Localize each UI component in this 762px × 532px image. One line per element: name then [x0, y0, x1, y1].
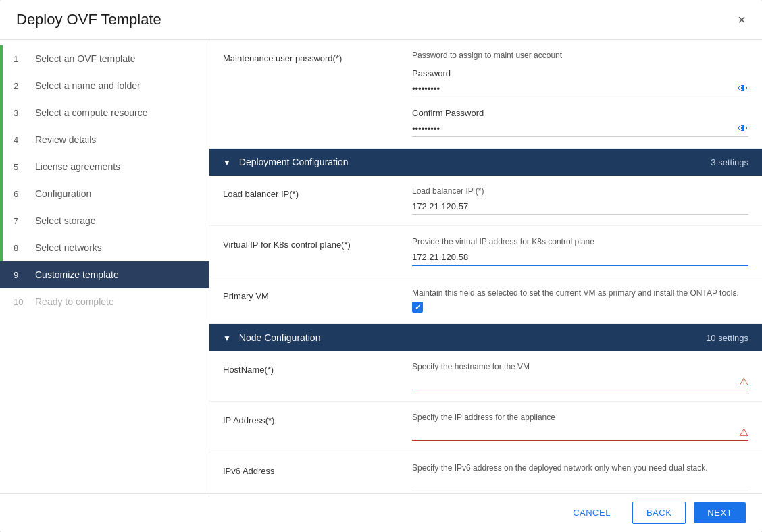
hostname-field-col: Specify the hostname for the VM ⚠ [412, 362, 748, 390]
hostname-row: HostName(*) Specify the hostname for the… [209, 351, 762, 402]
load-balancer-label: Load balancer IP(*) [223, 186, 412, 199]
sidebar-item-7[interactable]: 7 Select storage [0, 207, 209, 234]
primary-vm-row: Primary VM Maintain this field as select… [209, 277, 762, 324]
node-section-title-group: ▼ Node Configuration [223, 332, 320, 343]
virtual-ip-hint: Provide the virtual IP address for K8s c… [412, 237, 748, 246]
node-settings-count: 10 settings [706, 333, 748, 343]
primary-vm-label: Primary VM [223, 288, 412, 301]
sidebar-item-label-2: Select a name and folder [35, 80, 141, 91]
content-inner: Maintenance user password(*) Password to… [209, 40, 762, 493]
primary-vm-checkbox[interactable] [412, 302, 423, 313]
ipv6-address-field-col: Specify the IPv6 address on the deployed… [412, 463, 748, 491]
ip-address-field-col: Specify the IP address for the appliance… [412, 413, 748, 441]
sidebar-item-label-9: Customize template [35, 269, 119, 280]
modal-body: 1 Select an OVF template 2 Select a name… [0, 40, 762, 493]
maintenance-password-hint: Password to assign to maint user account [412, 51, 748, 60]
ip-address-hint: Specify the IP address for the appliance [412, 413, 748, 422]
hostname-input-wrapper: ⚠ [412, 374, 748, 390]
sidebar-item-label-6: Configuration [35, 188, 91, 199]
main-content: Maintenance user password(*) Password to… [209, 40, 762, 493]
load-balancer-input-wrapper [412, 198, 748, 215]
sidebar-item-9[interactable]: 9 Customize template [0, 261, 209, 288]
virtual-ip-input-wrapper [412, 249, 748, 266]
ipv6-address-hint: Specify the IPv6 address on the deployed… [412, 463, 748, 473]
primary-vm-field-col: Maintain this field as selected to set t… [412, 288, 748, 313]
step-num-2: 2 [14, 81, 30, 91]
ip-address-row: IP Address(*) Specify the IP address for… [209, 402, 762, 452]
modal-footer: CANCEL BACK NEXT [0, 493, 762, 532]
password-group: Password 👁 [412, 68, 748, 97]
maintenance-password-field-col: Password to assign to maint user account… [412, 51, 748, 137]
node-section-title: Node Configuration [239, 332, 321, 343]
ip-address-input-wrapper: ⚠ [412, 425, 748, 441]
primary-vm-hint: Maintain this field as selected to set t… [412, 288, 748, 298]
deployment-section-title-group: ▼ Deployment Configuration [223, 157, 349, 167]
password-input[interactable] [412, 81, 732, 97]
step-num-6: 6 [14, 189, 30, 199]
modal-header: Deploy OVF Template × [0, 0, 762, 40]
confirm-password-label-text: Confirm Password [412, 108, 748, 118]
step-num-5: 5 [14, 162, 30, 172]
confirm-password-input-wrapper: 👁 [412, 121, 748, 137]
password-label-text: Password [412, 68, 748, 78]
primary-vm-checkbox-wrapper [412, 302, 748, 313]
sidebar-item-3[interactable]: 3 Select a compute resource [0, 99, 209, 126]
modal-title: Deploy OVF Template [16, 11, 161, 28]
ip-address-error-icon: ⚠ [739, 426, 748, 439]
eye-icon-confirm[interactable]: 👁 [738, 123, 748, 135]
step-num-7: 7 [14, 216, 30, 226]
virtual-ip-row: Virtual IP for K8s control plane(*) Prov… [209, 226, 762, 277]
node-chevron-icon[interactable]: ▼ [223, 334, 231, 343]
sidebar-item-8[interactable]: 8 Select networks [0, 234, 209, 261]
step-num-4: 4 [14, 135, 30, 145]
confirm-password-input[interactable] [412, 121, 732, 136]
load-balancer-input[interactable] [412, 198, 748, 214]
step-num-9: 9 [14, 270, 30, 280]
node-section-header: ▼ Node Configuration 10 settings [209, 324, 762, 351]
back-button[interactable]: BACK [632, 502, 686, 524]
sidebar: 1 Select an OVF template 2 Select a name… [0, 40, 209, 493]
step-num-8: 8 [14, 243, 30, 253]
sidebar-item-label-8: Select networks [35, 242, 102, 253]
ipv6-address-row: IPv6 Address Specify the IPv6 address on… [209, 452, 762, 493]
hostname-label: HostName(*) [223, 362, 412, 375]
deployment-section-header: ▼ Deployment Configuration 3 settings [209, 149, 762, 176]
deployment-section-title: Deployment Configuration [239, 157, 349, 167]
password-input-wrapper: 👁 [412, 81, 748, 97]
ipv6-address-label: IPv6 Address [223, 463, 412, 476]
sidebar-item-label-1: Select an OVF template [35, 53, 136, 64]
sidebar-item-label-3: Select a compute resource [35, 107, 148, 118]
sidebar-item-1[interactable]: 1 Select an OVF template [0, 45, 209, 72]
sidebar-item-10[interactable]: 10 Ready to complete [0, 288, 209, 315]
hostname-hint: Specify the hostname for the VM [412, 362, 748, 371]
hostname-input[interactable] [412, 374, 736, 390]
sidebar-item-label-7: Select storage [35, 215, 96, 226]
confirm-password-group: Confirm Password 👁 [412, 108, 748, 137]
ip-address-label: IP Address(*) [223, 413, 412, 425]
load-balancer-hint: Load balancer IP (*) [412, 186, 748, 196]
sidebar-item-label-4: Review details [35, 134, 96, 145]
ipv6-address-input[interactable] [412, 475, 748, 491]
step-num-10: 10 [14, 297, 30, 307]
deployment-settings-count: 3 settings [711, 157, 748, 167]
load-balancer-field-col: Load balancer IP (*) [412, 186, 748, 215]
ip-address-input[interactable] [412, 425, 736, 440]
deployment-chevron-icon[interactable]: ▼ [223, 158, 231, 167]
virtual-ip-field-col: Provide the virtual IP address for K8s c… [412, 237, 748, 266]
maintenance-password-row: Maintenance user password(*) Password to… [209, 40, 762, 149]
sidebar-item-5[interactable]: 5 License agreements [0, 153, 209, 180]
virtual-ip-input[interactable] [412, 249, 748, 265]
eye-icon-password[interactable]: 👁 [738, 83, 748, 95]
sidebar-item-2[interactable]: 2 Select a name and folder [0, 72, 209, 99]
sidebar-item-4[interactable]: 4 Review details [0, 126, 209, 153]
ipv6-address-input-wrapper [412, 475, 748, 491]
close-icon[interactable]: × [738, 13, 746, 26]
deploy-ovf-modal: Deploy OVF Template × 1 Select an OVF te… [0, 0, 762, 532]
load-balancer-row: Load balancer IP(*) Load balancer IP (*) [209, 176, 762, 226]
maintenance-password-label: Maintenance user password(*) [223, 51, 412, 63]
virtual-ip-label: Virtual IP for K8s control plane(*) [223, 237, 412, 250]
sidebar-item-6[interactable]: 6 Configuration [0, 180, 209, 207]
cancel-button[interactable]: CANCEL [559, 502, 624, 523]
hostname-error-icon: ⚠ [739, 375, 748, 388]
next-button[interactable]: NEXT [694, 502, 746, 523]
